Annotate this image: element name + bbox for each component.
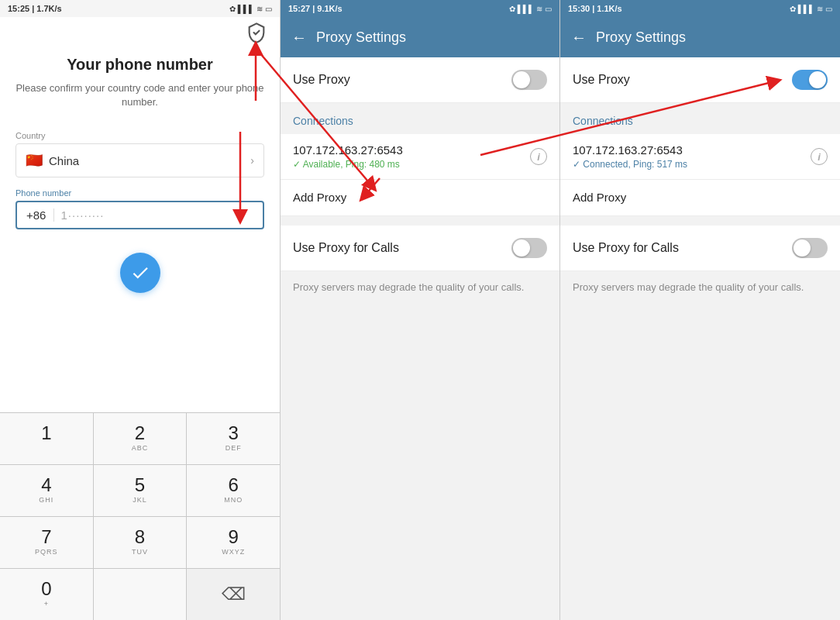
country-code: +86: [26, 208, 54, 222]
key-7[interactable]: 7 PQRS: [0, 517, 93, 568]
wifi-icon-2: ≋: [536, 5, 542, 13]
bluetooth-icon-2: ✿: [509, 5, 515, 13]
signal-icon-2: ▌▌▌: [518, 5, 534, 13]
info-icon-3[interactable]: i: [811, 148, 828, 165]
proxy-calls-toggle-2[interactable]: [511, 238, 547, 258]
battery-icon: ▭: [265, 5, 272, 13]
signal-icon-3: ▌▌▌: [798, 5, 814, 13]
proxy-calls-row-2: Use Proxy for Calls: [281, 226, 559, 271]
connection-host-3: 107.172.163.27:6543: [573, 143, 811, 157]
connection-status-2: ✓ Available, Ping: 480 ms: [293, 159, 530, 170]
wifi-icon-3: ≋: [817, 5, 823, 13]
status-bar-3: 15:30 | 1.1K/s ✿ ▌▌▌ ≋ ▭: [560, 0, 840, 17]
status-bar-1: 15:25 | 1.7K/s ✿ ▌▌▌ ≋ ▭: [0, 0, 280, 17]
proxy-calls-toggle-3[interactable]: [792, 238, 828, 258]
phone-field-group: Phone number +86 1·········: [15, 188, 264, 229]
section-divider-3: [560, 216, 840, 226]
china-flag: 🇨🇳: [26, 152, 43, 169]
status-time-2: 15:27 | 9.1K/s: [288, 4, 343, 13]
bluetooth-icon-3: ✿: [790, 5, 796, 13]
add-proxy-label-3: Add Proxy: [573, 191, 626, 204]
key-8[interactable]: 8 TUV: [94, 517, 187, 568]
settings-content-3: Use Proxy Connections 107.172.163.27:654…: [560, 57, 840, 620]
key-empty: [94, 569, 187, 620]
connection-host-2: 107.172.163.27:6543: [293, 143, 530, 157]
key-3[interactable]: 3 DEF: [187, 413, 280, 464]
section-divider-2: [281, 216, 559, 226]
header-title-2: Proxy Settings: [316, 29, 406, 46]
connections-header-2: Connections: [281, 103, 559, 134]
connections-title-2: Connections: [293, 115, 353, 127]
proxy-calls-note-3: Proxy servers may degrade the quality of…: [560, 271, 840, 304]
key-1[interactable]: 1: [0, 413, 93, 464]
battery-icon-3: ▭: [825, 5, 832, 13]
phone-field[interactable]: +86 1·········: [15, 201, 264, 229]
connection-status-3: ✓ Connected, Ping: 517 ms: [573, 159, 811, 170]
bluetooth-icon: ✿: [229, 5, 236, 13]
keypad: 1 2 ABC 3 DEF 4 GHI 5 JKL 6 MNO 7 PQRS 8: [0, 412, 280, 620]
add-proxy-label-2: Add Proxy: [293, 191, 346, 204]
phone-label: Phone number: [15, 188, 264, 198]
key-0[interactable]: 0 +: [0, 569, 93, 620]
country-inner: 🇨🇳 China: [26, 152, 79, 169]
status-icons-1: ✿ ▌▌▌ ≋ ▭: [229, 5, 272, 13]
battery-icon-2: ▭: [545, 5, 552, 13]
top-bar-3: ← Proxy Settings: [560, 17, 840, 57]
country-selector[interactable]: 🇨🇳 China ›: [15, 143, 264, 177]
use-proxy-row-2: Use Proxy: [281, 57, 559, 103]
key-9[interactable]: 9 WXYZ: [187, 517, 280, 568]
key-4[interactable]: 4 GHI: [0, 465, 93, 516]
phone-input-display: 1·········: [60, 208, 253, 222]
status-time-3: 15:30 | 1.1K/s: [568, 4, 622, 13]
key-backspace[interactable]: ⌫: [187, 569, 280, 620]
connections-header-3: Connections: [560, 103, 840, 134]
status-icons-2: ✿ ▌▌▌ ≋ ▭: [509, 5, 552, 13]
use-proxy-row-3: Use Proxy: [560, 57, 840, 103]
add-proxy-row-3[interactable]: Add Proxy: [560, 180, 840, 216]
backspace-icon: ⌫: [222, 584, 246, 604]
key-2[interactable]: 2 ABC: [94, 413, 187, 464]
proxy-calls-label-3: Use Proxy for Calls: [573, 241, 679, 255]
key-5[interactable]: 5 JKL: [94, 465, 187, 516]
status-time-1: 15:25 | 1.7K/s: [8, 4, 62, 13]
toggle-thumb-3: [809, 71, 826, 88]
chevron-right-icon: ›: [250, 154, 254, 167]
connection-row-2[interactable]: 107.172.163.27:6543 ✓ Available, Ping: 4…: [281, 134, 559, 180]
status-bar-2: 15:27 | 9.1K/s ✿ ▌▌▌ ≋ ▭: [281, 0, 559, 17]
proxy-calls-note-2: Proxy servers may degrade the quality of…: [281, 271, 559, 304]
connections-title-3: Connections: [573, 115, 633, 127]
connection-info-2: 107.172.163.27:6543 ✓ Available, Ping: 4…: [293, 143, 530, 170]
use-proxy-toggle-3[interactable]: [792, 70, 828, 90]
wifi-icon: ≋: [256, 5, 263, 13]
back-button-3[interactable]: ←: [571, 29, 587, 46]
phone-panel: 15:25 | 1.7K/s ✿ ▌▌▌ ≋ ▭ Your phone numb…: [0, 0, 281, 620]
info-icon-2[interactable]: i: [530, 148, 547, 165]
proxy-calls-thumb-2: [513, 239, 530, 257]
confirm-fab[interactable]: [120, 253, 160, 293]
proxy-calls-thumb-3: [794, 239, 811, 257]
add-proxy-row-2[interactable]: Add Proxy: [281, 180, 559, 216]
header-title-3: Proxy Settings: [596, 29, 686, 46]
country-field-group: Country 🇨🇳 China ›: [15, 131, 264, 177]
toggle-thumb-2: [513, 71, 530, 88]
proxy-panel-on: 15:30 | 1.1K/s ✿ ▌▌▌ ≋ ▭ ← Proxy Setting…: [560, 0, 840, 620]
signal-icon: ▌▌▌: [238, 5, 254, 13]
connection-info-3: 107.172.163.27:6543 ✓ Connected, Ping: 5…: [573, 143, 811, 170]
proxy-calls-label-2: Use Proxy for Calls: [293, 241, 399, 255]
shield-icon[interactable]: [246, 22, 267, 48]
country-name: China: [49, 154, 79, 167]
top-bar-2: ← Proxy Settings: [281, 17, 559, 57]
page-subtitle: Please confirm your country code and ent…: [15, 81, 264, 109]
page-title: Your phone number: [67, 56, 213, 74]
use-proxy-label-3: Use Proxy: [573, 73, 630, 87]
back-button-2[interactable]: ←: [291, 29, 307, 46]
proxy-calls-row-3: Use Proxy for Calls: [560, 226, 840, 271]
proxy-panel-off: 15:27 | 9.1K/s ✿ ▌▌▌ ≋ ▭ ← Proxy Setting…: [281, 0, 560, 620]
key-6[interactable]: 6 MNO: [187, 465, 280, 516]
connection-row-3[interactable]: 107.172.163.27:6543 ✓ Connected, Ping: 5…: [560, 134, 840, 180]
country-label: Country: [15, 131, 264, 140]
phone-content: Your phone number Please confirm your co…: [0, 17, 280, 412]
use-proxy-label-2: Use Proxy: [293, 73, 350, 87]
settings-content-2: Use Proxy Connections 107.172.163.27:654…: [281, 57, 559, 620]
use-proxy-toggle-2[interactable]: [511, 70, 547, 90]
